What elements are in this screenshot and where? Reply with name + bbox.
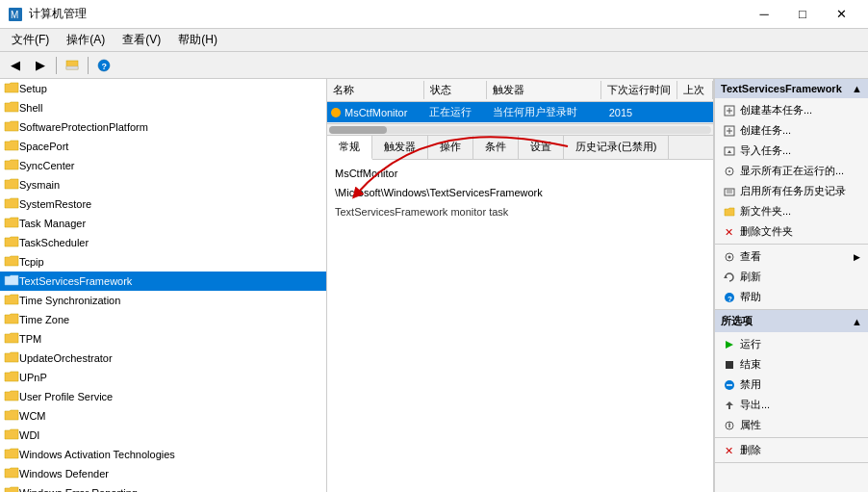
col-header-name[interactable]: 名称 <box>327 81 424 99</box>
menu-view[interactable]: 查看(V) <box>115 30 168 50</box>
action-run-label: 运行 <box>740 337 761 351</box>
menu-file[interactable]: 文件(F) <box>4 30 57 50</box>
create-basic-icon <box>723 104 736 117</box>
sidebar-item-label: UPnP <box>19 372 47 383</box>
sidebar-item-SystemRestore[interactable]: SystemRestore <box>0 194 326 214</box>
folder-icon <box>4 100 19 117</box>
svg-text:✕: ✕ <box>725 226 733 238</box>
col-header-trigger[interactable]: 触发器 <box>487 81 601 99</box>
action-view[interactable]: 查看 ▶ <box>715 246 868 267</box>
sidebar-item-SyncCenter[interactable]: SyncCenter <box>0 156 326 175</box>
sidebar-item-TPM[interactable]: TPM <box>0 329 326 349</box>
close-button[interactable]: ✕ <box>822 0 860 29</box>
col-header-status[interactable]: 状态 <box>424 81 487 99</box>
delete-folder-icon: ✕ <box>723 225 736 239</box>
sidebar-item-Windows-Activation-Technologies[interactable]: Windows Activation Technologies <box>0 445 326 464</box>
action-create-task[interactable]: 创建任务... <box>715 120 868 141</box>
sidebar-item-Windows-Defender[interactable]: Windows Defender <box>0 464 326 483</box>
action-sep-1 <box>715 244 868 245</box>
folder-icon <box>4 139 19 155</box>
sidebar-item-label: Tcpip <box>19 256 44 268</box>
action-new-folder[interactable]: 新文件夹... <box>715 201 868 221</box>
sidebar-item-Tcpip[interactable]: Tcpip <box>0 252 326 272</box>
sidebar-item-Sysmain[interactable]: Sysmain <box>0 175 326 194</box>
col-header-last[interactable]: 上次 <box>677 81 713 99</box>
svg-text:M: M <box>11 10 18 20</box>
action-export[interactable]: 导出... <box>715 395 868 415</box>
action-create-basic[interactable]: 创建基本任务... <box>715 100 868 120</box>
task-last-cell <box>677 111 713 115</box>
sidebar-item-Time-Zone[interactable]: Time Zone <box>0 310 326 329</box>
folder-icon <box>4 177 19 194</box>
toolbar-back[interactable]: ◀ <box>4 55 27 76</box>
sidebar-item-Time-Synchronization[interactable]: Time Synchronization <box>0 291 326 310</box>
sidebar-item-SpacePort[interactable]: SpacePort <box>0 137 326 156</box>
sidebar-item-Setup[interactable]: Setup <box>0 79 326 98</box>
up-icon <box>65 59 79 72</box>
menu-action[interactable]: 操作(A) <box>59 30 113 50</box>
action-disable[interactable]: 禁用 <box>715 375 868 395</box>
svg-marker-25 <box>726 341 733 349</box>
action-delete-folder[interactable]: ✕ 删除文件夹 <box>715 221 868 242</box>
tab-triggers[interactable]: 触发器 <box>372 136 428 159</box>
action-section-framework: TextServicesFramework ▲ 创建基本任务... 创建任务..… <box>715 79 868 310</box>
sidebar-item-WDI[interactable]: WDI <box>0 426 326 445</box>
sidebar-item-Shell[interactable]: Shell <box>0 98 326 117</box>
scrollbar-thumb[interactable] <box>329 126 387 134</box>
tab-general[interactable]: 常规 <box>327 136 372 160</box>
action-stop[interactable]: 结束 <box>715 354 868 375</box>
sidebar-item-User-Profile-Service[interactable]: User Profile Service <box>0 387 326 406</box>
sidebar-item-TextServicesFramework[interactable]: TextServicesFramework <box>0 272 326 291</box>
action-delete[interactable]: ✕ 删除 <box>715 440 868 460</box>
folder-icon <box>4 350 19 367</box>
col-header-next[interactable]: 下次运行时间 <box>601 81 677 99</box>
properties-icon <box>723 419 736 432</box>
action-help[interactable]: ? 帮助 <box>715 287 868 307</box>
title-bar-controls: ─ □ ✕ <box>745 0 860 29</box>
action-selected-header[interactable]: 所选项 ▲ <box>715 310 868 332</box>
refresh-icon <box>723 271 736 284</box>
folder-icon <box>4 235 19 251</box>
sidebar-item-Task-Manager[interactable]: Task Manager <box>0 214 326 233</box>
action-properties-label: 属性 <box>740 418 761 432</box>
folder-icon <box>4 196 19 213</box>
sidebar-item-SoftwareProtectionPlatform[interactable]: SoftwareProtectionPlatform <box>0 117 326 137</box>
export-icon <box>723 399 736 412</box>
action-run[interactable]: 运行 <box>715 334 868 354</box>
sidebar-item-label: Setup <box>19 83 47 94</box>
minimize-button[interactable]: ─ <box>745 0 783 29</box>
tab-actions[interactable]: 操作 <box>428 136 473 159</box>
action-properties[interactable]: 属性 <box>715 415 868 435</box>
sidebar-item-TaskScheduler[interactable]: TaskScheduler <box>0 233 326 252</box>
action-show-running[interactable]: 显示所有正在运行的... <box>715 161 868 181</box>
toolbar-help[interactable]: ? <box>92 55 115 76</box>
title-bar-left: M 计算机管理 <box>8 6 87 22</box>
action-refresh[interactable]: 刷新 <box>715 267 868 287</box>
sidebar-item-Windows-Error-Reporting[interactable]: Windows Error Reporting <box>0 483 326 492</box>
sidebar-item-UpdateOrchestrator[interactable]: UpdateOrchestrator <box>0 349 326 368</box>
maximize-button[interactable]: □ <box>783 0 822 29</box>
action-import[interactable]: 导入任务... <box>715 141 868 161</box>
folder-icon <box>4 466 19 482</box>
show-running-icon <box>723 165 736 178</box>
import-icon <box>723 144 736 158</box>
sidebar-item-UPnP[interactable]: UPnP <box>0 368 326 387</box>
sidebar-item-label: Windows Activation Technologies <box>19 449 175 460</box>
sidebar[interactable]: Setup Shell SoftwareProtectionPlatform S… <box>0 79 327 492</box>
enable-history-icon <box>723 185 736 198</box>
horizontal-scrollbar[interactable] <box>327 123 713 135</box>
action-delete-label: 删除 <box>740 443 761 457</box>
menu-help[interactable]: 帮助(H) <box>170 30 225 50</box>
toolbar-up[interactable] <box>61 55 84 76</box>
tab-conditions[interactable]: 条件 <box>473 136 519 159</box>
sidebar-item-WCM[interactable]: WCM <box>0 406 326 426</box>
folder-icon <box>4 427 19 444</box>
action-section-header[interactable]: TextServicesFramework ▲ <box>715 79 868 98</box>
window-title: 计算机管理 <box>29 6 87 22</box>
task-row[interactable]: MsCtfMonitor 正在运行 当任何用户登录时 2015 <box>327 102 713 123</box>
action-enable-history[interactable]: 启用所有任务历史记录 <box>715 181 868 201</box>
folder-icon <box>4 254 19 271</box>
tab-history[interactable]: 历史记录(已禁用) <box>564 136 669 159</box>
toolbar-forward[interactable]: ▶ <box>29 55 52 76</box>
tab-settings[interactable]: 设置 <box>519 136 564 159</box>
